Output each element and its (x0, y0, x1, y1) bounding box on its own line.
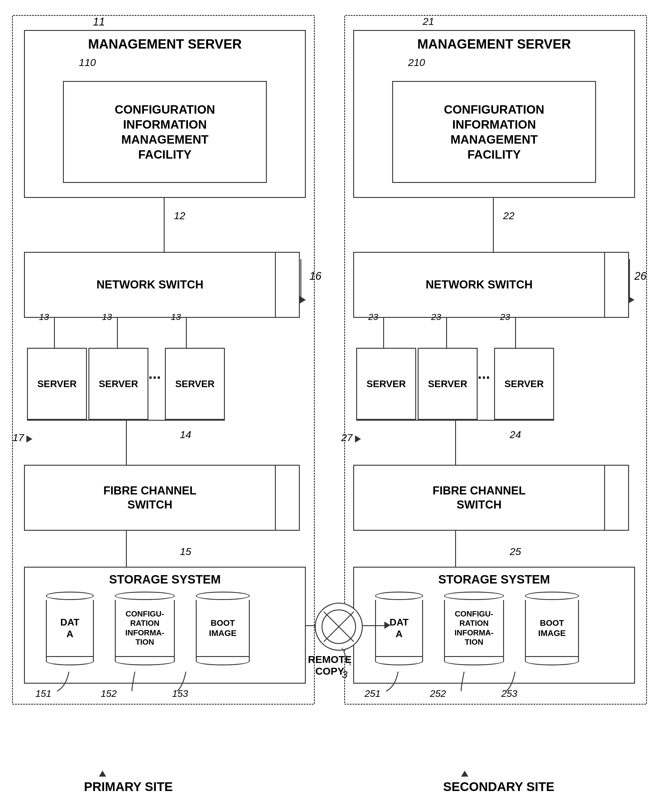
vline-ns-s1 (54, 318, 55, 348)
ref-27: 27 (341, 432, 353, 443)
ref-14: 14 (180, 429, 191, 440)
arrow-17 (27, 435, 32, 443)
primary-vol-boot: BOOTIMAGE (196, 591, 250, 670)
vol-ref-lines-secondary (353, 672, 563, 696)
ref-23c: 23 (500, 312, 510, 322)
secondary-site-label: SECONDARY SITE (443, 771, 554, 794)
arrow-primary-up (99, 771, 106, 777)
remote-copy-x (321, 609, 357, 645)
ref-25: 25 (510, 546, 521, 557)
dots-secondary: ··· (478, 369, 490, 386)
primary-mgmt-server-label: MANAGEMENT SERVER (88, 36, 242, 51)
ref-13b: 13 (102, 312, 112, 322)
primary-storage-label: STORAGE SYSTEM (109, 573, 221, 586)
secondary-fc-switch: FIBRE CHANNEL SWITCH (353, 465, 605, 531)
primary-network-switch: NETWORK SWITCH (24, 252, 276, 318)
arrow-to-secondary (385, 621, 390, 629)
ref-21: 21 (423, 16, 434, 27)
dots-primary: ··· (148, 369, 161, 386)
ref-11: 11 (93, 16, 105, 28)
ref-26: 26 (634, 270, 646, 282)
secondary-management-server: MANAGEMENT SERVER 210 CONFIGURATION INFO… (353, 30, 635, 198)
secondary-server-1: SERVER (356, 348, 416, 420)
primary-site-label: PRIMARY SITE (84, 771, 173, 794)
vline-servers-to-fc-secondary (455, 420, 456, 465)
arrow-27 (355, 435, 361, 443)
secondary-label-text: SECONDARY SITE (443, 780, 554, 794)
primary-config-label: CONFIGURATION INFORMATION MANAGEMENT FAC… (115, 102, 215, 162)
ref-210: 210 (408, 57, 425, 68)
secondary-server-3: SERVER (494, 348, 554, 420)
secondary-ns-bracket (605, 252, 629, 318)
secondary-vol-boot: BOOTIMAGE (525, 591, 579, 670)
remote-copy-circle (315, 603, 363, 651)
secondary-network-switch: NETWORK SWITCH (353, 252, 605, 318)
vline-fc-to-storage-primary (126, 531, 127, 567)
secondary-fc-bracket (605, 465, 629, 531)
primary-config-facility: CONFIGURATION INFORMATION MANAGEMENT FAC… (63, 81, 267, 183)
ref-22: 22 (503, 210, 514, 222)
primary-fc-bracket (276, 465, 300, 531)
secondary-vol-config: CONFIGU-RATIONINFORMA-TION (444, 591, 504, 670)
primary-ns-label: NETWORK SWITCH (96, 277, 203, 292)
ref-17: 17 (13, 432, 24, 443)
secondary-storage-system: STORAGE SYSTEM DATA CONFIGU-RATIONINFORM… (353, 567, 635, 684)
vline-26-down (629, 259, 630, 300)
secondary-config-facility: CONFIGURATION INFORMATION MANAGEMENT FAC… (392, 81, 596, 183)
primary-vol-data: DATA (46, 591, 94, 670)
vol-ref-lines-primary (24, 672, 234, 696)
secondary-server-2: SERVER (418, 348, 478, 420)
vline-mgmt-to-ns-primary (164, 198, 165, 252)
ref-15: 15 (180, 546, 191, 557)
primary-fc-switch: FIBRE CHANNEL SWITCH (24, 465, 276, 531)
ref-23b: 23 (431, 312, 441, 322)
primary-management-server: MANAGEMENT SERVER 110 CONFIGURATION INFO… (24, 30, 306, 198)
secondary-ns-label: NETWORK SWITCH (426, 277, 533, 292)
ref3-curve (327, 648, 357, 672)
primary-server-3: SERVER (165, 348, 225, 420)
ref-13c: 13 (171, 312, 181, 322)
ref-13a: 13 (39, 312, 49, 322)
secondary-fc-label: FIBRE CHANNEL SWITCH (433, 484, 526, 512)
secondary-vol-data: DATA (375, 591, 423, 670)
primary-server-1: SERVER (27, 348, 87, 420)
vline-servers-to-fc-primary (126, 420, 127, 465)
arrow-secondary-up (461, 771, 468, 777)
vline-mgmt-to-ns-secondary (493, 198, 494, 252)
primary-server-2: SERVER (88, 348, 148, 420)
primary-vol-config: CONFIGU-RATIONINFORMA-TION (115, 591, 175, 670)
secondary-mgmt-server-label: MANAGEMENT SERVER (417, 36, 571, 51)
ref-16: 16 (309, 270, 322, 282)
primary-label-text: PRIMARY SITE (84, 780, 173, 794)
hline-copy-to-secondary (363, 625, 387, 626)
ref-110: 110 (79, 57, 96, 68)
ref-23a: 23 (368, 312, 378, 322)
secondary-config-label: CONFIGURATION INFORMATION MANAGEMENT FAC… (444, 102, 544, 162)
vline-16-down (300, 259, 301, 300)
primary-ns-bracket (276, 252, 300, 318)
primary-fc-label: FIBRE CHANNEL SWITCH (103, 484, 196, 512)
secondary-storage-label: STORAGE SYSTEM (438, 573, 550, 586)
vline-ns-s2 (117, 318, 118, 348)
vline-fc-to-storage-secondary (455, 531, 456, 567)
vline-ns-s3 (186, 318, 187, 348)
vline-ns-s2-sec (446, 318, 447, 348)
ref-24: 24 (510, 429, 521, 440)
diagram-container: 11 MANAGEMENT SERVER 110 CONFIGURATION I… (0, 0, 659, 812)
vline-ns-s3-sec (515, 318, 516, 348)
primary-storage-system: STORAGE SYSTEM DATA CONFIGU-RATIONINFORM… (24, 567, 306, 684)
vline-ns-s1-sec (383, 318, 384, 348)
ref-12: 12 (174, 210, 185, 222)
